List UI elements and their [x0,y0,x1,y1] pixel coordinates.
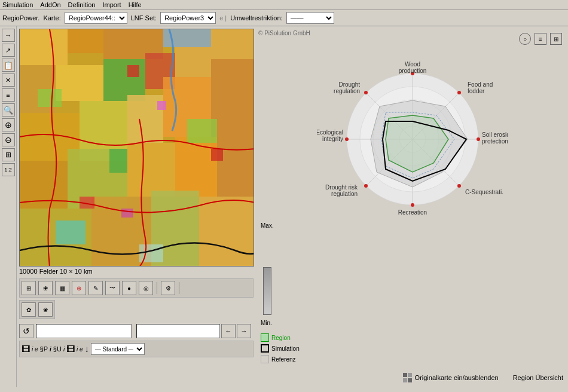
map-canvas[interactable] [19,29,254,267]
svg-text:integrity: integrity [322,136,343,142]
tool-clipboard[interactable]: 📋 [2,59,15,72]
footer-arrow-down[interactable]: ↓ [85,344,89,354]
tb-gear-btn[interactable]: ⚙ [161,281,175,295]
menu-import[interactable]: Import [102,1,121,8]
svg-text:regulation: regulation [331,191,358,197]
tb-sep2 [179,282,179,294]
svg-rect-2 [68,29,103,53]
svg-rect-35 [121,209,133,218]
svg-text:Soil erosion: Soil erosion [482,131,508,138]
svg-text:Food and: Food and [468,81,493,88]
legend-bar [263,267,271,315]
svg-rect-19 [127,143,175,197]
radar-svg: Wood production Food and fodder Soil ero… [317,44,508,235]
svg-text:Drought: Drought [338,81,360,88]
menu-simulation[interactable]: Simulation [2,1,33,8]
svg-rect-26 [38,89,62,107]
legend-referenz-label: Referenz [271,356,296,363]
svg-rect-11 [211,59,254,107]
legend-simulation-label: Simulation [271,345,300,352]
umwelt-select[interactable]: —— [286,12,334,24]
footer-label-ui: i [63,346,65,353]
menu-definition[interactable]: Definition [68,1,96,8]
toolbar: RegioPower. Karte: RegioPower44:: LNF Se… [0,10,568,26]
menu-addon[interactable]: AddOn [40,1,60,8]
legend-region: Region [261,333,310,342]
tool-arrow-right[interactable]: → [2,29,15,42]
original-label[interactable]: Originalkarte ein/ausblenden [415,374,499,381]
svg-text:C-Sequestrati.: C-Sequestrati. [465,189,503,195]
tb-star-btn[interactable]: ✿ [22,302,36,317]
svg-rect-30 [139,244,163,262]
tb-hash-btn[interactable]: ▦ [55,281,69,295]
left-toolbar: → ↗ 📋 ✕ ≡ 🔍 ⊕ ⊖ ⊞ 1:2 [0,26,17,387]
standard-select[interactable]: — Standard — [91,343,145,355]
bottom-right-area: Originalkarte ein/ausblenden Region Über… [258,370,566,385]
main-area: → ↗ 📋 ✕ ≡ 🔍 ⊕ ⊖ ⊞ 1:2 [0,26,568,387]
svg-rect-31 [127,65,139,77]
svg-text:fodder: fodder [468,88,485,94]
svg-text:Recreation: Recreation [398,209,427,216]
svg-point-58 [364,184,368,188]
svg-text:Drought risk: Drought risk [325,184,358,191]
tb-flower-btn[interactable]: ❀ [38,281,53,295]
svg-rect-32 [211,149,223,161]
tool-cross[interactable]: ✕ [2,74,15,87]
tool-arrow-out[interactable]: ↗ [2,44,15,57]
region-label[interactable]: Region Übersicht [513,374,563,381]
tb-wave-btn[interactable]: 〜 [105,281,120,295]
lnf-select[interactable]: RegioPower3 [160,12,216,24]
svg-point-56 [457,184,461,188]
map-label: 10000 Felder 10 × 10 km [19,267,254,276]
tool-scale[interactable]: 1:2 [2,163,15,176]
svg-point-54 [457,91,461,94]
tb-sep1 [157,282,157,294]
footer-label-i: i e [32,346,38,353]
bottom-input-2[interactable] [136,324,220,338]
bottom-input-1[interactable] [36,324,132,338]
svg-rect-16 [211,107,254,149]
legend: Max. Min. Region Simulat [258,38,312,366]
svg-text:Wood: Wood [405,61,420,68]
tb-asterisk-btn[interactable]: ❀ [38,302,53,317]
tool-zoom-out[interactable]: ⊖ [2,133,15,146]
film-icon-1[interactable]: 🎞 [22,344,30,354]
karte-select[interactable]: RegioPower44:: [65,12,127,24]
tb-circle-btn[interactable]: ● [122,281,136,295]
svg-rect-27 [109,149,127,173]
svg-rect-7 [56,65,103,101]
footer-sp: §P [40,345,48,353]
refresh-btn[interactable]: ↺ [19,324,33,338]
svg-point-60 [364,91,368,94]
content-area: 10000 Felder 10 × 10 km ⊞ ❀ ▦ ⊕ ✎ 〜 ● ◎ … [17,26,568,387]
map-svg [20,29,254,267]
svg-text:production: production [399,68,427,74]
tool-grid[interactable]: ⊞ [2,148,15,161]
nav-right-btn[interactable]: → [237,324,251,338]
tb-edit-btn[interactable]: ✎ [88,281,103,295]
tool-zoom-in[interactable]: ⊕ [2,118,15,131]
tb-grid-btn[interactable]: ⊞ [22,281,36,295]
legend-referenz-box [261,355,269,363]
svg-rect-25 [199,197,254,267]
legend-simulation: Simulation [261,344,310,353]
tool-lines[interactable]: ≡ [2,88,15,102]
svg-rect-28 [187,119,217,143]
tb-target-btn[interactable]: ⊕ [72,281,86,295]
menu-bar: Simulation AddOn Definition Import Hilfe [0,0,568,10]
legend-referenz: Referenz [261,355,310,363]
film-icon-2[interactable]: 🎞 [66,344,75,354]
footer-label-pi: i [50,346,51,353]
tool-magnify[interactable]: 🔍 [2,103,15,117]
svg-rect-29 [56,220,85,244]
legend-min: Min. [261,320,310,326]
nav-left-btn[interactable]: ← [221,324,236,338]
toolbar-row-2: ✿ ❀ [19,300,55,319]
map-area: 10000 Felder 10 × 10 km ⊞ ❀ ▦ ⊕ ✎ 〜 ● ◎ … [17,26,256,387]
svg-rect-34 [157,101,166,110]
grid-icon-original [403,373,413,382]
umwelt-label: Umweltrestriktion: [230,14,282,22]
legend-region-box [261,333,269,342]
menu-hilfe[interactable]: Hilfe [129,1,142,8]
tb-ring-btn[interactable]: ◎ [139,281,153,295]
